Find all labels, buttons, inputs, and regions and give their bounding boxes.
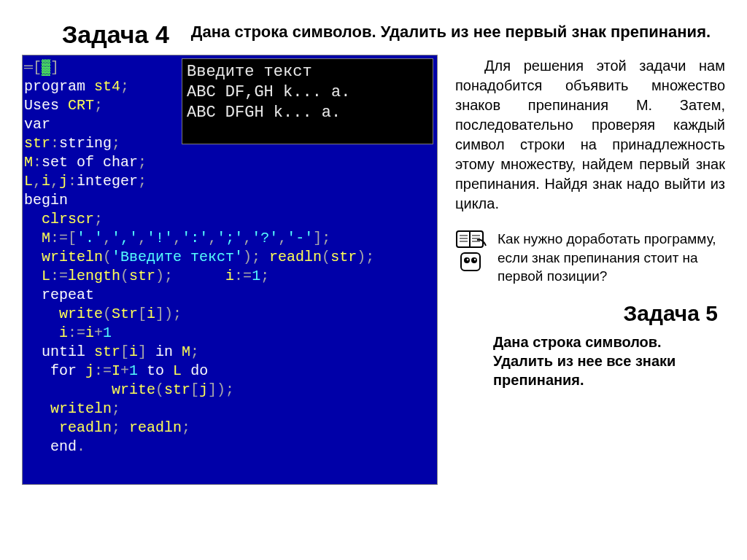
explanation-text: Для решения этой задачи нам понадобится … — [455, 56, 725, 214]
svg-point-2 — [464, 257, 470, 263]
followup-question: Как нужно доработать программу, если зна… — [498, 230, 725, 286]
svg-point-5 — [474, 259, 476, 261]
task-title: Задача 4 — [22, 20, 169, 49]
program-output: Введите текст ABC DF,GH k... a. ABC DFGH… — [182, 58, 433, 144]
svg-point-4 — [467, 259, 469, 261]
question-icon — [455, 230, 487, 275]
task-description: Дана строка символов. Удалить из нее пер… — [191, 22, 711, 42]
svg-point-3 — [471, 257, 477, 263]
task5-title: Задача 5 — [455, 299, 718, 329]
code-editor-screenshot: ═[▓] program st4; Uses CRT; var str:stri… — [22, 55, 438, 485]
svg-rect-1 — [461, 253, 480, 271]
task5-description: Дана строка символов. Удалить из нее все… — [455, 332, 725, 389]
